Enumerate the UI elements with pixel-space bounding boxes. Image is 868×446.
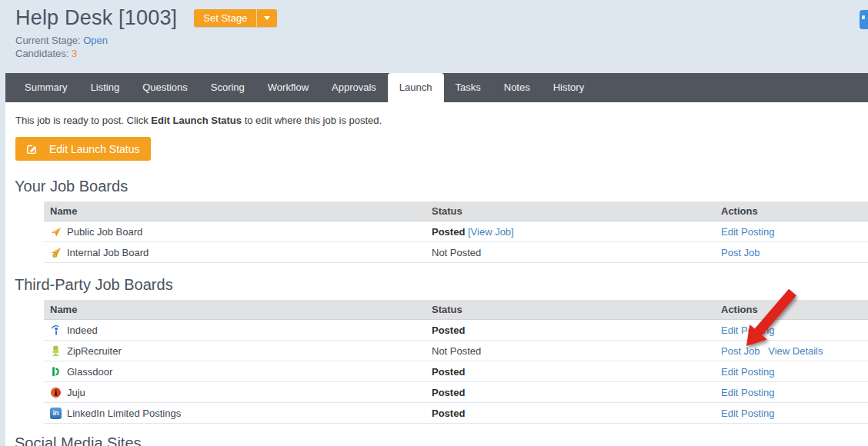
- set-stage-dropdown[interactable]: [256, 9, 277, 27]
- tab-summary[interactable]: Summary: [13, 73, 79, 102]
- table-header-row: Name Status Actions: [44, 300, 868, 320]
- third-party-job-boards-table: Name Status Actions Indeed Posted Edit P…: [44, 300, 868, 424]
- column-header-status: Status: [426, 304, 715, 315]
- board-name: Internal Job Board: [67, 247, 149, 258]
- tab-workflow[interactable]: Workflow: [256, 73, 320, 102]
- table-row-internal-job-board: Internal Job Board Not Posted Post Job: [44, 242, 868, 263]
- set-stage-label[interactable]: Set Stage: [194, 9, 256, 27]
- board-name: Juju: [67, 387, 85, 398]
- tab-tasks[interactable]: Tasks: [444, 73, 492, 102]
- status-text: Posted: [432, 387, 465, 398]
- board-name: ZipRecruiter: [67, 345, 122, 357]
- job-header: Help Desk [1003] Set Stage Current Stage…: [0, 0, 868, 73]
- table-row-juju: Juju Posted Edit Posting: [44, 382, 868, 403]
- ready-to-post-text: This job is ready to post. Click Edit La…: [15, 115, 868, 126]
- table-row-public-job-board: Public Job Board Posted [View Job] Edit …: [44, 221, 868, 242]
- post-job-link[interactable]: Post Job: [721, 247, 760, 258]
- table-header-row: Name Status Actions: [44, 201, 868, 221]
- social-media-sites-heading: Social Media Sites: [15, 434, 868, 446]
- board-name: Glassdoor: [67, 366, 112, 378]
- juju-icon: [50, 387, 62, 398]
- tab-history[interactable]: History: [542, 73, 596, 102]
- column-header-status: Status: [426, 205, 715, 217]
- status-text: Posted: [432, 366, 465, 378]
- status-text: Not Posted: [432, 345, 481, 357]
- ready-text-prefix: This job is ready to post. Click: [15, 115, 151, 126]
- edit-posting-link[interactable]: Edit Posting: [721, 325, 774, 336]
- column-header-name: Name: [44, 304, 426, 315]
- ziprecruiter-icon: [50, 345, 62, 357]
- tab-listing[interactable]: Listing: [79, 73, 132, 102]
- view-details-link[interactable]: View Details: [768, 345, 823, 357]
- indeed-icon: [50, 325, 62, 336]
- your-job-boards-heading: Your Job Boards: [15, 178, 868, 195]
- linkedin-icon: in: [50, 408, 62, 419]
- edit-posting-link[interactable]: Edit Posting: [721, 387, 774, 398]
- ready-text-suffix: to edit where this job is posted.: [242, 115, 382, 126]
- your-job-boards-table: Name Status Actions Public Job Board Pos…: [44, 201, 868, 263]
- view-job-link[interactable]: [View Job]: [468, 226, 514, 238]
- current-stage-link[interactable]: Open: [83, 35, 108, 46]
- tab-notes[interactable]: Notes: [492, 73, 542, 102]
- candidates-count-link[interactable]: 3: [72, 48, 77, 59]
- edit-posting-link[interactable]: Edit Posting: [721, 408, 774, 419]
- column-header-actions: Actions: [715, 205, 868, 217]
- blue-corner-tab[interactable]: [860, 10, 868, 29]
- tab-questions[interactable]: Questions: [131, 73, 199, 102]
- internal-job-board-icon: [50, 247, 62, 258]
- table-row-indeed: Indeed Posted Edit Posting: [44, 320, 868, 341]
- table-row-glassdoor: Glassdoor Posted Edit Posting: [44, 361, 868, 382]
- public-job-board-icon: [50, 226, 62, 238]
- edit-posting-link[interactable]: Edit Posting: [721, 366, 774, 378]
- edit-launch-status-button[interactable]: Edit Launch Status: [15, 137, 151, 161]
- table-row-linkedin: in LinkedIn Limited Postings Posted Edit…: [44, 403, 868, 424]
- set-stage-button[interactable]: Set Stage: [194, 9, 277, 27]
- table-row-ziprecruiter: ZipRecruiter Not Posted Post Job View De…: [44, 341, 868, 361]
- column-header-actions: Actions: [715, 304, 868, 315]
- board-name: LinkedIn Limited Postings: [67, 408, 181, 419]
- status-text: Posted: [432, 408, 465, 419]
- ready-text-bold: Edit Launch Status: [151, 115, 242, 126]
- glassdoor-icon: [50, 366, 62, 378]
- launch-panel: This job is ready to post. Click Edit La…: [5, 102, 868, 446]
- status-text: Posted: [432, 226, 465, 238]
- current-stage-label: Current Stage:: [15, 35, 81, 46]
- status-text: Not Posted: [432, 247, 481, 258]
- tab-approvals[interactable]: Approvals: [320, 73, 388, 102]
- chevron-down-icon: [264, 16, 270, 20]
- tab-launch[interactable]: Launch: [388, 73, 444, 102]
- third-party-job-boards-heading: Third-Party Job Boards: [15, 276, 868, 293]
- tab-bar: Summary Listing Questions Scoring Workfl…: [5, 73, 868, 102]
- edit-launch-status-label: Edit Launch Status: [49, 143, 140, 155]
- current-stage-line: Current Stage: Open: [15, 35, 108, 46]
- edit-pencil-icon: [26, 143, 38, 155]
- board-name: Public Job Board: [67, 226, 142, 238]
- candidates-label: Candidates:: [15, 48, 68, 59]
- column-header-name: Name: [44, 205, 426, 217]
- post-job-link[interactable]: Post Job: [721, 345, 760, 357]
- status-text: Posted: [432, 325, 465, 336]
- board-name: Indeed: [67, 325, 98, 336]
- edit-posting-link[interactable]: Edit Posting: [721, 226, 774, 238]
- candidates-line: Candidates: 3: [15, 48, 77, 59]
- tab-scoring[interactable]: Scoring: [199, 73, 256, 102]
- page-title: Help Desk [1003]: [15, 6, 177, 30]
